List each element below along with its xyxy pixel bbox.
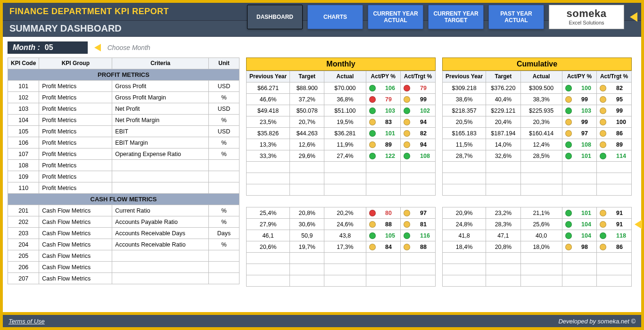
status-dot-icon: [600, 96, 606, 103]
table-row: [443, 275, 632, 287]
status-dot-icon: [565, 85, 572, 91]
footer: Terms of Use Developed by someka.net ©: [3, 312, 641, 327]
page-title: FINANCE DEPARTMENT KPI REPORT: [3, 7, 175, 16]
table-row: [247, 173, 436, 184]
status-dot-icon: [565, 107, 572, 114]
month-value: 05: [45, 43, 87, 52]
status-dot-icon: [600, 141, 606, 148]
col-acttrgt: Act/Trgt %: [597, 71, 632, 82]
status-dot-icon: [404, 85, 410, 91]
status-dot-icon: [404, 232, 410, 239]
status-dot-icon: [404, 244, 410, 250]
status-dot-icon: [404, 153, 410, 159]
status-dot-icon: [369, 221, 376, 228]
status-dot-icon: [565, 153, 572, 159]
status-dot-icon: [600, 244, 606, 250]
table-row: 20,9%23,2%21,1% 10191: [443, 207, 632, 219]
status-dot-icon: [565, 221, 572, 228]
table-row: $35.826$44.263$36.281 10182: [247, 128, 436, 139]
table-row: 101Profit MetricsGross ProfitUSD: [8, 81, 239, 92]
nav-py-actual-button[interactable]: PAST YEAR ACTUAL: [488, 5, 544, 29]
block-monthly-title: Monthly: [246, 58, 436, 71]
arrow-left-icon: [635, 220, 642, 229]
page-subtitle: SUMMARY DASHBOARD: [3, 23, 128, 34]
table-row: 28,7%32,6%28,5% 101114: [443, 150, 632, 162]
table-row: 24,8%28,3%25,6% 10491: [443, 219, 632, 230]
section-cash: CASH FLOW METRICS: [8, 194, 239, 205]
status-dot-icon: [600, 107, 606, 114]
section-profit: PROFIT METRICS: [8, 69, 239, 81]
table-row: 107Profit MetricsOperating Expense Ratio…: [8, 148, 239, 160]
status-dot-icon: [600, 232, 606, 239]
status-dot-icon: [600, 119, 606, 125]
table-row: [247, 253, 436, 264]
table-row: [247, 162, 436, 173]
table-row: 108Profit Metrics: [8, 160, 239, 171]
status-dot-icon: [369, 107, 376, 114]
table-row: $218.357$229.121$225.935 10399: [443, 105, 632, 116]
brand-logo[interactable]: someka Excel Solutions: [549, 5, 624, 29]
table-row: 11,5%14,0%12,4% 10889: [443, 139, 632, 150]
table-row: 202Cash Flow MetricsAccounts Payable Rat…: [8, 216, 239, 228]
block-cumulative-title: Cumulative: [442, 58, 632, 71]
status-dot-icon: [369, 85, 376, 91]
table-row: 203Cash Flow MetricsAccounts Receivable …: [8, 228, 239, 239]
table-row: 204Cash Flow MetricsAccounts Receivable …: [8, 239, 239, 250]
nav-cy-actual-button[interactable]: CURRENT YEAR ACTUAL: [368, 5, 423, 29]
month-hint: Choose Month: [107, 44, 150, 51]
status-dot-icon: [404, 107, 410, 114]
status-dot-icon: [369, 232, 376, 239]
terms-link[interactable]: Terms of Use: [8, 318, 45, 325]
col-acttrgt: Act/Trgt %: [401, 71, 436, 82]
table-row: [443, 253, 632, 264]
status-dot-icon: [565, 130, 572, 137]
status-dot-icon: [404, 141, 410, 148]
table-row: 105Profit MetricsEBITUSD: [8, 126, 239, 137]
logo-subtext: Excel Solutions: [569, 20, 604, 25]
table-row: 23,5%20,7%19,5% 8394: [247, 116, 436, 128]
table-row: [443, 162, 632, 173]
col-kpi-code: KPI Code: [8, 58, 39, 69]
col-kpi-group: KPI Group: [39, 58, 112, 69]
nav-charts-button[interactable]: CHARTS: [307, 5, 363, 29]
table-row: 102Profit MetricsGross Profit Margin%: [8, 92, 239, 103]
col-tgt: Target: [290, 71, 324, 82]
status-dot-icon: [565, 210, 572, 216]
status-dot-icon: [369, 141, 376, 148]
col-tgt: Target: [486, 71, 520, 82]
table-row: 18,4%20,8%18,0% 9886: [443, 241, 632, 253]
status-dot-icon: [565, 244, 572, 250]
status-dot-icon: [565, 119, 572, 125]
table-row: [247, 184, 436, 196]
table-row: 20,6%19,7%17,3% 8488: [247, 241, 436, 253]
status-dot-icon: [369, 210, 376, 216]
table-row: [443, 264, 632, 275]
monthly-table: Previous Year Target Actual Act/PY % Act…: [246, 71, 436, 287]
status-dot-icon: [600, 153, 606, 159]
table-row: [443, 184, 632, 196]
developed-by: Developed by someka.net ©: [558, 318, 636, 325]
table-row: 33,3%29,6%27,4% 122108: [247, 150, 436, 162]
month-picker[interactable]: Month : 05: [8, 41, 88, 54]
arrow-left-icon: [94, 44, 101, 51]
status-dot-icon: [369, 96, 376, 103]
status-dot-icon: [369, 244, 376, 250]
table-row: 207Cash Flow Metrics: [8, 273, 239, 284]
table-row: 25,4%20,8%20,2% 8097: [247, 207, 436, 219]
table-row: $309.218$376.220$309.500 10082: [443, 82, 632, 94]
nav-cy-target-button[interactable]: CURRENT YEAR TARGET: [428, 5, 484, 29]
table-row: 109Profit Metrics: [8, 171, 239, 182]
status-dot-icon: [404, 130, 410, 137]
status-dot-icon: [404, 221, 410, 228]
table-row: [247, 264, 436, 275]
table-row: 110Profit Metrics: [8, 182, 239, 194]
nav-dashboard-button[interactable]: DASHBOARD: [247, 5, 303, 29]
status-dot-icon: [404, 119, 410, 125]
status-dot-icon: [404, 210, 410, 216]
month-label: Month :: [8, 43, 45, 52]
table-row: 46,150,943,8 105116: [247, 230, 436, 241]
col-unit: Unit: [208, 58, 239, 69]
col-act: Actual: [324, 71, 366, 82]
table-row: 27,9%30,6%24,6% 8881: [247, 219, 436, 230]
col-py: Previous Year: [247, 71, 290, 82]
